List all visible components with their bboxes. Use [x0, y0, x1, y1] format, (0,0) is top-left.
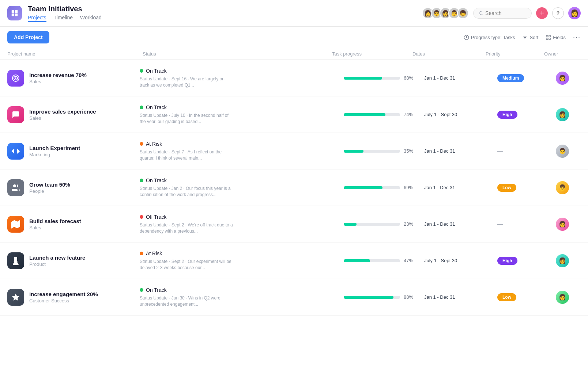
owner-avatar: 👩 [556, 291, 569, 304]
progress-bar-bg [344, 223, 400, 226]
project-name-cell: Launch a new feature Product [0, 247, 135, 275]
sort-icon [522, 35, 528, 40]
project-team: Sales [29, 115, 96, 121]
status-indicator: On Track [140, 68, 335, 74]
user-avatar[interactable]: 👩 [568, 7, 581, 19]
table-header: Project name Status Task progress Dates … [0, 48, 588, 60]
status-update: Status Update - Sept 16 · We are largely… [140, 76, 235, 88]
table-row[interactable]: Launch Experiment Marketing At Risk Stat… [0, 133, 588, 169]
help-button[interactable]: ? [552, 7, 564, 19]
avatar: 👦 [457, 7, 469, 19]
col-status: Status [143, 51, 332, 57]
priority-badge: High [497, 257, 517, 265]
project-name-cell: Grow team 50% People [0, 173, 135, 202]
more-options-button[interactable]: ··· [573, 34, 581, 41]
progress-percent: 88% [404, 294, 415, 300]
svg-rect-0 [12, 10, 14, 13]
status-indicator: On Track [140, 177, 335, 183]
priority-badge: Medium [497, 74, 524, 82]
nav-timeline[interactable]: Timeline [54, 15, 73, 22]
add-button[interactable]: + [536, 7, 548, 19]
progress-percent: 35% [404, 148, 415, 154]
status-indicator: At Risk [140, 141, 335, 147]
project-name: Increase engagement 20% [29, 291, 98, 297]
status-update: Status Update - Sept 7 · As I reflect on… [140, 149, 235, 161]
status-indicator: On Track [140, 104, 335, 110]
toolbar-right: Progress type: Tasks Sort Fields ··· [464, 34, 581, 41]
status-update: Status Update - Sept 2 · Our experiment … [140, 259, 235, 271]
status-cell: On Track Status Update - Jan 2 · Our foc… [135, 172, 339, 204]
project-name-cell: Improve sales experience Sales [0, 100, 135, 129]
fields-action[interactable]: Fields [546, 35, 566, 40]
progress-bar-bg [344, 150, 400, 153]
col-dates: Dates [412, 51, 486, 57]
progress-bar-fill [344, 296, 393, 299]
status-update: Status Update - July 10 · In the second … [140, 112, 235, 125]
svg-rect-6 [546, 35, 548, 37]
status-dot [140, 69, 143, 73]
status-cell: On Track Status Update - Sept 16 · We ar… [135, 62, 339, 94]
table-row[interactable]: Increase revenue 70% Sales On Track Stat… [0, 60, 588, 96]
project-name: Build sales forecast [29, 218, 81, 224]
owner-avatar: 👩 [556, 72, 569, 85]
project-icon [7, 289, 24, 306]
project-name-cell: Build sales forecast Sales [0, 210, 135, 238]
fields-icon [546, 35, 551, 40]
status-indicator: On Track [140, 287, 335, 293]
svg-marker-18 [12, 294, 19, 301]
progress-percent: 74% [404, 112, 415, 117]
priority-cell: Low [493, 287, 551, 307]
owner-avatar: 👩 [556, 254, 569, 267]
nav-workload[interactable]: Workload [80, 15, 102, 22]
status-update: Status Update - Jun 30 · Wins in Q2 were… [140, 295, 235, 307]
progress-bar-fill [344, 150, 363, 153]
status-cell: On Track Status Update - July 10 · In th… [135, 99, 339, 131]
team-avatars: 👩 👨 👩 👨 👦 [422, 7, 469, 19]
priority-cell: Medium [493, 68, 551, 88]
add-project-button[interactable]: Add Project [7, 31, 49, 43]
svg-rect-3 [15, 14, 18, 16]
status-label: On Track [146, 177, 167, 183]
project-info: Increase engagement 20% Customer Success [29, 291, 98, 303]
status-dot [140, 179, 143, 182]
search-box[interactable] [473, 8, 532, 19]
owner-cell: 👩 [551, 66, 588, 91]
owner-avatar: 👨 [556, 145, 569, 158]
app-header: Team Initiatives Projects Timeline Workl… [0, 0, 588, 27]
svg-point-13 [13, 184, 16, 187]
project-info: Grow team 50% People [29, 182, 70, 194]
owner-cell: 👨 [551, 175, 588, 200]
svg-rect-9 [549, 38, 550, 39]
progress-percent: 47% [404, 258, 415, 263]
dates-cell: Jan 1 - Dec 31 [420, 142, 493, 160]
progress-type-label: Progress type: Tasks [471, 35, 515, 40]
progress-bar-fill [344, 113, 385, 116]
project-info: Launch Experiment Marketing [29, 145, 80, 157]
table-row[interactable]: Improve sales experience Sales On Track … [0, 96, 588, 133]
sort-action[interactable]: Sort [522, 35, 538, 40]
status-dot [140, 142, 143, 146]
table-row[interactable]: Increase engagement 20% Customer Success… [0, 279, 588, 316]
owner-cell: 👩 [551, 212, 588, 237]
sort-label: Sort [529, 35, 538, 40]
header-right: 👩 👨 👩 👨 👦 + ? 👩 [422, 7, 581, 19]
owner-avatar: 👩 [556, 218, 569, 231]
owner-avatar: 👨 [556, 181, 569, 194]
progress-cell: 23% [339, 215, 420, 233]
header-nav: Projects Timeline Workload [28, 15, 416, 22]
table-row[interactable]: Build sales forecast Sales Off Track Sta… [0, 206, 588, 242]
progress-bar-bg [344, 77, 400, 80]
search-input[interactable] [485, 10, 526, 16]
progress-percent: 23% [404, 221, 415, 227]
status-update: Status Update - Jan 2 · Our focus this y… [140, 186, 235, 198]
table-row[interactable]: Grow team 50% People On Track Status Upd… [0, 169, 588, 206]
project-team: People [29, 188, 70, 194]
project-name-cell: Increase engagement 20% Customer Success [0, 283, 135, 312]
progress-cell: 74% [339, 106, 420, 123]
owner-avatar: 👩 [556, 108, 569, 121]
dates-cell: Jan 1 - Dec 31 [420, 69, 493, 87]
nav-projects[interactable]: Projects [28, 15, 46, 22]
project-icon [7, 179, 24, 196]
table-row[interactable]: Launch a new feature Product At Risk Sta… [0, 242, 588, 279]
progress-type-action[interactable]: Progress type: Tasks [464, 35, 515, 40]
